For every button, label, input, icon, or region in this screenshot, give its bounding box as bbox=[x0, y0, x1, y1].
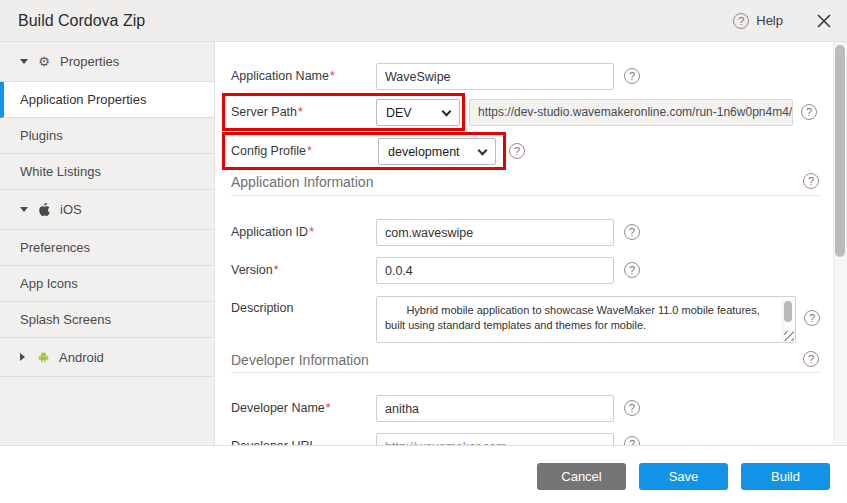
resize-grip-icon[interactable] bbox=[784, 331, 794, 341]
textarea-scrollbar-thumb[interactable] bbox=[784, 301, 792, 322]
developer-name-input[interactable] bbox=[376, 395, 614, 422]
config-profile-help-icon[interactable] bbox=[509, 143, 525, 159]
application-information-title: Application Information bbox=[231, 174, 373, 190]
sidebar-item-splash-screens[interactable]: Splash Screens bbox=[0, 302, 214, 338]
sidebar-item-application-properties[interactable]: Application Properties bbox=[0, 82, 214, 118]
server-path-selected: DEV bbox=[386, 106, 412, 120]
help-button[interactable]: Help bbox=[733, 13, 783, 29]
sidebar-group-label: iOS bbox=[60, 202, 82, 217]
version-label: Version* bbox=[231, 263, 279, 277]
server-path-help-icon[interactable] bbox=[801, 104, 817, 120]
required-marker: * bbox=[330, 69, 335, 83]
footer-bar: Cancel Save Build bbox=[0, 445, 847, 503]
section-divider bbox=[231, 372, 819, 373]
developer-url-help-icon[interactable] bbox=[624, 436, 640, 445]
build-cordova-zip-dialog: Build Cordova Zip Help ⚙ Properties Appl… bbox=[0, 0, 847, 503]
required-marker: * bbox=[298, 105, 303, 119]
description-field-wrap: Hybrid mobile application to showcase Wa… bbox=[376, 296, 796, 343]
developer-information-title: Developer Information bbox=[231, 352, 369, 368]
build-button[interactable]: Build bbox=[741, 463, 830, 490]
config-profile-label: Config Profile* bbox=[231, 144, 312, 158]
description-help-icon[interactable] bbox=[804, 310, 820, 326]
sidebar-item-label: Preferences bbox=[20, 240, 90, 255]
apple-icon bbox=[37, 203, 51, 216]
required-marker: * bbox=[326, 401, 331, 415]
caret-down-icon bbox=[20, 207, 28, 212]
version-help-icon[interactable] bbox=[624, 262, 640, 278]
help-label: Help bbox=[756, 13, 783, 28]
content-scrollbar-track[interactable] bbox=[833, 42, 847, 445]
sidebar-group-label: Properties bbox=[60, 54, 119, 69]
server-path-url-field: https://dev-studio.wavemakeronline.com/r… bbox=[469, 99, 793, 126]
sidebar-group-ios[interactable]: iOS bbox=[0, 190, 214, 230]
server-path-select[interactable]: DEV bbox=[376, 99, 460, 126]
application-name-input[interactable] bbox=[376, 63, 614, 90]
sidebar-item-preferences[interactable]: Preferences bbox=[0, 230, 214, 266]
developer-name-label: Developer Name* bbox=[231, 401, 331, 415]
sidebar-item-label: White Listings bbox=[20, 164, 101, 179]
close-button[interactable] bbox=[817, 14, 831, 28]
gear-icon: ⚙ bbox=[37, 55, 51, 68]
close-icon bbox=[817, 14, 831, 28]
application-id-input[interactable] bbox=[376, 219, 614, 246]
config-profile-selected: development bbox=[388, 145, 460, 159]
chevron-down-icon bbox=[442, 106, 452, 116]
developer-name-help-icon[interactable] bbox=[624, 400, 640, 416]
sidebar-item-label: Application Properties bbox=[20, 92, 146, 107]
form-panel: Application Name* Server Path* DEV https… bbox=[216, 42, 847, 445]
android-icon bbox=[36, 351, 50, 364]
description-label: Description bbox=[231, 301, 294, 315]
help-circle-icon bbox=[733, 13, 749, 29]
application-name-help-icon[interactable] bbox=[624, 68, 640, 84]
server-path-label: Server Path* bbox=[231, 105, 303, 119]
sidebar-group-android[interactable]: Android bbox=[0, 338, 214, 377]
caret-right-icon bbox=[20, 353, 25, 361]
application-id-help-icon[interactable] bbox=[624, 224, 640, 240]
required-marker: * bbox=[307, 144, 312, 158]
sidebar-group-label: Android bbox=[59, 350, 104, 365]
developer-url-input[interactable] bbox=[376, 433, 614, 445]
application-name-label: Application Name* bbox=[231, 69, 335, 83]
application-information-help-icon[interactable] bbox=[803, 173, 819, 189]
cancel-button[interactable]: Cancel bbox=[537, 463, 626, 490]
application-id-label: Application ID* bbox=[231, 225, 314, 239]
save-button[interactable]: Save bbox=[639, 463, 728, 490]
section-divider bbox=[231, 195, 819, 196]
sidebar-item-plugins[interactable]: Plugins bbox=[0, 118, 214, 154]
required-marker: * bbox=[309, 225, 314, 239]
config-profile-select[interactable]: development bbox=[378, 138, 496, 165]
chevron-down-icon bbox=[478, 145, 488, 155]
sidebar: ⚙ Properties Application Properties Plug… bbox=[0, 42, 215, 445]
dialog-title: Build Cordova Zip bbox=[18, 12, 733, 30]
sidebar-item-label: Plugins bbox=[20, 128, 63, 143]
sidebar-item-white-listings[interactable]: White Listings bbox=[0, 154, 214, 190]
developer-information-help-icon[interactable] bbox=[803, 351, 819, 367]
sidebar-item-label: Splash Screens bbox=[20, 312, 111, 327]
sidebar-item-app-icons[interactable]: App Icons bbox=[0, 266, 214, 302]
sidebar-item-label: App Icons bbox=[20, 276, 78, 291]
version-input[interactable] bbox=[376, 257, 614, 284]
description-textarea[interactable]: Hybrid mobile application to showcase Wa… bbox=[377, 297, 795, 342]
content-scrollbar-thumb[interactable] bbox=[835, 45, 845, 257]
title-bar: Build Cordova Zip Help bbox=[0, 0, 847, 42]
caret-down-icon bbox=[20, 59, 28, 64]
required-marker: * bbox=[274, 263, 279, 277]
sidebar-group-properties[interactable]: ⚙ Properties bbox=[0, 42, 214, 82]
